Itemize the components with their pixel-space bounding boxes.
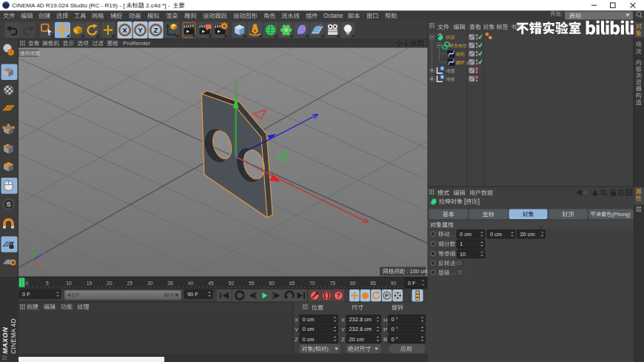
svg-text:Y: Y xyxy=(341,326,345,333)
svg-text:232.8 cm: 232.8 cm xyxy=(349,316,372,323)
svg-text:0 cm: 0 cm xyxy=(460,231,472,238)
svg-text:Z: Z xyxy=(154,26,158,34)
svg-text:65: 65 xyxy=(289,281,295,286)
svg-text:90: 90 xyxy=(391,281,397,286)
svg-text:ProRender: ProRender xyxy=(123,40,151,47)
svg-text:40: 40 xyxy=(188,281,194,286)
svg-text:X: X xyxy=(341,317,345,324)
svg-text:60: 60 xyxy=(269,281,275,286)
svg-text:0 °: 0 ° xyxy=(392,326,398,332)
svg-text:X: X xyxy=(295,317,298,324)
svg-text:10: 10 xyxy=(460,251,466,258)
svg-text:70: 70 xyxy=(309,281,315,286)
svg-text:20 cm: 20 cm xyxy=(520,231,535,238)
svg-text:0: 0 xyxy=(26,281,29,286)
svg-text:2.c4d *] -: 2.c4d *] - xyxy=(144,2,172,9)
svg-text:5: 5 xyxy=(46,281,49,286)
svg-text:0 cm: 0 cm xyxy=(303,336,315,343)
svg-text:Y: Y xyxy=(138,26,143,34)
svg-text:X: X xyxy=(41,264,44,269)
svg-text:B: B xyxy=(383,336,387,343)
svg-text:Octane: Octane xyxy=(323,13,343,19)
svg-text:90 F: 90 F xyxy=(187,291,198,298)
svg-text:85: 85 xyxy=(370,281,376,286)
svg-text:Y: Y xyxy=(31,246,34,250)
svg-text:0: 0 xyxy=(441,66,443,70)
svg-text:35: 35 xyxy=(167,281,173,286)
svg-text:P: P xyxy=(385,292,389,299)
svg-text:0: 0 xyxy=(441,75,443,79)
svg-text:232.8 cm: 232.8 cm xyxy=(349,326,372,332)
svg-text:80: 80 xyxy=(350,281,356,286)
svg-text:0 °: 0 ° xyxy=(392,316,398,323)
svg-text:(Phong): (Phong) xyxy=(612,212,631,218)
svg-text:25: 25 xyxy=(127,281,133,286)
svg-text:X: X xyxy=(122,26,127,34)
svg-text:Z: Z xyxy=(295,336,298,343)
svg-text:1: 1 xyxy=(460,241,463,247)
svg-text:]: ] xyxy=(477,198,479,205)
svg-text:: 100 cm: : 100 cm xyxy=(405,268,427,275)
svg-text:0 cm: 0 cm xyxy=(303,326,315,332)
svg-text:20: 20 xyxy=(107,281,113,286)
svg-text:?: ? xyxy=(337,292,341,299)
svg-text:0 °: 0 ° xyxy=(392,336,398,343)
svg-text:75: 75 xyxy=(330,281,336,286)
svg-text:30: 30 xyxy=(147,281,153,286)
svg-text:Z: Z xyxy=(43,252,46,256)
svg-text:10: 10 xyxy=(66,281,72,286)
svg-text:0 F: 0 F xyxy=(72,292,79,298)
svg-text:): ) xyxy=(326,346,328,352)
svg-text:45: 45 xyxy=(208,281,214,286)
svg-text:15: 15 xyxy=(87,281,93,286)
svg-text:20 cm: 20 cm xyxy=(349,336,364,343)
svg-text:Y: Y xyxy=(295,326,298,333)
svg-text:90 F: 90 F xyxy=(164,292,174,298)
svg-text:2: 2 xyxy=(465,61,469,65)
svg-text:H: H xyxy=(383,317,387,324)
svg-text:Z: Z xyxy=(341,336,345,343)
svg-text:55: 55 xyxy=(249,281,255,286)
svg-text:P: P xyxy=(383,326,387,333)
svg-text:0 F: 0 F xyxy=(408,280,416,286)
svg-text:0 F: 0 F xyxy=(22,291,30,298)
svg-text:0 cm: 0 cm xyxy=(490,231,502,238)
svg-text:S: S xyxy=(6,201,10,208)
svg-text:MAXON: MAXON xyxy=(1,327,9,354)
svg-text:50: 50 xyxy=(229,281,235,286)
svg-text:0 cm: 0 cm xyxy=(303,316,315,323)
svg-text:CINEMA 4D R19.024 Studio (RC -: CINEMA 4D R19.024 Studio (RC - R19) - [ xyxy=(12,2,125,9)
svg-text:CINEMA 4D: CINEMA 4D xyxy=(10,318,17,354)
